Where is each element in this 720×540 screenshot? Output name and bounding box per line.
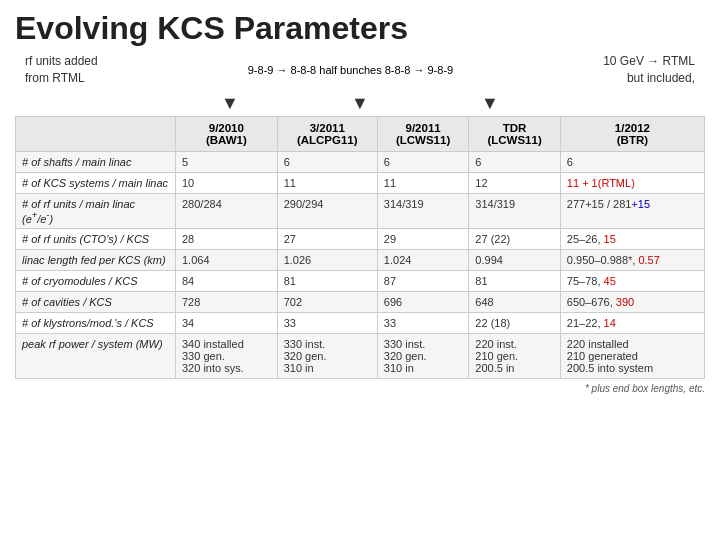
cell-tdr: 81 xyxy=(469,271,561,292)
cell-2012: 6 xyxy=(560,151,704,172)
cell-2010: 10 xyxy=(176,172,278,193)
cell-2012: 21–22, 14 xyxy=(560,313,704,334)
cell-2011b: 87 xyxy=(377,271,469,292)
cell-label: # of klystrons/mod.'s / KCS xyxy=(16,313,176,334)
subtitle-container: rf units added from RTML 9-8-9 → 8-8-8 h… xyxy=(15,53,705,87)
cell-label: linac length fed per KCS (km) xyxy=(16,250,176,271)
col-header-2010: 9/2010 (BAW1) xyxy=(176,116,278,151)
cell-label: # of rf units / main linac (e+/e-) xyxy=(16,193,176,229)
cell-2010: 728 xyxy=(176,292,278,313)
cell-2012: 11 + 1(RTML) xyxy=(560,172,704,193)
table-row: peak rf power / system (MW)340 installed… xyxy=(16,334,705,379)
cell-2011a: 1.026 xyxy=(277,250,377,271)
page-title: Evolving KCS Parameters xyxy=(15,10,705,47)
cell-2011a: 330 inst. 320 gen. 310 in xyxy=(277,334,377,379)
data-table: 9/2010 (BAW1) 3/2011 (ALCPG11) 9/2011 (L… xyxy=(15,116,705,380)
cell-label: # of rf units (CTO's) / KCS xyxy=(16,229,176,250)
table-row: # of rf units (CTO's) / KCS28272927 (22)… xyxy=(16,229,705,250)
cell-2012: 25–26, 15 xyxy=(560,229,704,250)
cell-2012: 75–78, 45 xyxy=(560,271,704,292)
cell-2010: 34 xyxy=(176,313,278,334)
cell-2011a: 702 xyxy=(277,292,377,313)
subtitle-left: rf units added from RTML xyxy=(25,53,98,87)
cell-2011b: 33 xyxy=(377,313,469,334)
cell-tdr: 0.994 xyxy=(469,250,561,271)
cell-label: # of shafts / main linac xyxy=(16,151,176,172)
col-header-tdr: TDR (LCWS11) xyxy=(469,116,561,151)
cell-2012: 277+15 / 281+15 xyxy=(560,193,704,229)
table-row: # of cavities / KCS728702696648650–676, … xyxy=(16,292,705,313)
cell-label: peak rf power / system (MW) xyxy=(16,334,176,379)
cell-2011b: 696 xyxy=(377,292,469,313)
cell-2010: 84 xyxy=(176,271,278,292)
cell-2012: 220 installed 210 generated 200.5 into s… xyxy=(560,334,704,379)
table-row: linac length fed per KCS (km)1.0641.0261… xyxy=(16,250,705,271)
cell-2010: 28 xyxy=(176,229,278,250)
cell-tdr: 22 (18) xyxy=(469,313,561,334)
table-row: # of cryomodules / KCS8481878175–78, 45 xyxy=(16,271,705,292)
cell-label: # of cavities / KCS xyxy=(16,292,176,313)
cell-2010: 340 installed 330 gen. 320 into sys. xyxy=(176,334,278,379)
table-row: # of shafts / main linac56666 xyxy=(16,151,705,172)
col-header-2011a: 3/2011 (ALCPG11) xyxy=(277,116,377,151)
cell-2011b: 330 inst. 320 gen. 310 in xyxy=(377,334,469,379)
down-arrows: ▼ ▼ ▼ xyxy=(15,93,705,114)
cell-2011b: 1.024 xyxy=(377,250,469,271)
table-row: # of KCS systems / main linac1011111211 … xyxy=(16,172,705,193)
cell-2011a: 27 xyxy=(277,229,377,250)
cell-tdr: 314/319 xyxy=(469,193,561,229)
footnote: * plus end box lengths, etc. xyxy=(15,383,705,394)
cell-label: # of cryomodules / KCS xyxy=(16,271,176,292)
table-row: # of rf units / main linac (e+/e-)280/28… xyxy=(16,193,705,229)
cell-2010: 280/284 xyxy=(176,193,278,229)
cell-tdr: 6 xyxy=(469,151,561,172)
cell-tdr: 27 (22) xyxy=(469,229,561,250)
cell-2011b: 314/319 xyxy=(377,193,469,229)
cell-label: # of KCS systems / main linac xyxy=(16,172,176,193)
cell-2011a: 6 xyxy=(277,151,377,172)
cell-2011a: 81 xyxy=(277,271,377,292)
cell-tdr: 220 inst. 210 gen. 200.5 in xyxy=(469,334,561,379)
cell-2012: 0.950–0.988*, 0.57 xyxy=(560,250,704,271)
subtitle-middle: 9-8-9 → 8-8-8 half bunches 8-8-8 → 9-8-9 xyxy=(248,64,453,76)
cell-2010: 5 xyxy=(176,151,278,172)
cell-2011b: 11 xyxy=(377,172,469,193)
table-row: # of klystrons/mod.'s / KCS34333322 (18)… xyxy=(16,313,705,334)
cell-2011a: 33 xyxy=(277,313,377,334)
cell-2012: 650–676, 390 xyxy=(560,292,704,313)
cell-tdr: 648 xyxy=(469,292,561,313)
cell-2011b: 29 xyxy=(377,229,469,250)
table-header-row: 9/2010 (BAW1) 3/2011 (ALCPG11) 9/2011 (L… xyxy=(16,116,705,151)
cell-2010: 1.064 xyxy=(176,250,278,271)
cell-2011a: 11 xyxy=(277,172,377,193)
col-header-2012: 1/2012 (BTR) xyxy=(560,116,704,151)
cell-tdr: 12 xyxy=(469,172,561,193)
cell-2011a: 290/294 xyxy=(277,193,377,229)
col-header-2011b: 9/2011 (LCWS11) xyxy=(377,116,469,151)
subtitle-right: 10 GeV → RTML but included, xyxy=(603,53,695,87)
cell-2011b: 6 xyxy=(377,151,469,172)
col-header-label xyxy=(16,116,176,151)
